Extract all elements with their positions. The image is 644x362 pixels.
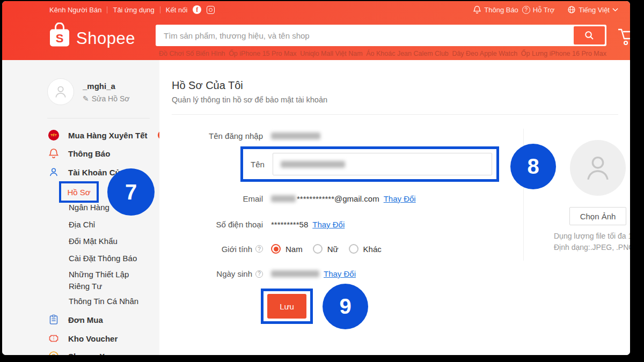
search-icon bbox=[584, 31, 594, 40]
help-link[interactable]: ? Hỗ Trợ bbox=[522, 6, 554, 14]
profile-panel: Hồ Sơ Của Tôi Quản lý thông tin hồ sơ để… bbox=[159, 60, 630, 355]
name-input[interactable] bbox=[273, 153, 492, 175]
gender-radio-nam[interactable] bbox=[271, 244, 281, 254]
file-size-note: Dụng lượng file tối đa 1 MB bbox=[554, 231, 630, 242]
chevron-down-icon bbox=[612, 8, 618, 12]
change-phone-link[interactable]: Thay Đổi bbox=[312, 220, 345, 229]
search-input[interactable] bbox=[157, 31, 574, 40]
sidebar-item-vouchers[interactable]: Kho Voucher bbox=[48, 332, 118, 345]
pencil-icon: ✎ bbox=[83, 94, 89, 103]
trending-link[interactable]: Ốp Lưng iPhone 16 Pro Max bbox=[521, 50, 606, 57]
email-masked-value: ************@gmail.com bbox=[297, 194, 379, 203]
trending-links: Đồ Chơi Số Biến Hình Ốp iPhone 15 Pro Ma… bbox=[159, 50, 606, 57]
divider bbox=[47, 118, 150, 119]
edit-profile-link[interactable]: ✎ Sửa Hồ Sơ bbox=[83, 94, 129, 103]
change-dob-link[interactable]: Thay Đổi bbox=[324, 269, 356, 278]
svg-text:S: S bbox=[56, 32, 64, 45]
redacted-email-prefix bbox=[271, 195, 296, 202]
trending-link[interactable]: Áo Khoác Jean Calem Club bbox=[366, 50, 449, 57]
email-label: Email bbox=[159, 194, 263, 203]
svg-text:S: S bbox=[52, 353, 56, 355]
gender-radio-khac[interactable] bbox=[349, 244, 358, 254]
facebook-icon[interactable]: f bbox=[193, 5, 201, 14]
trending-link[interactable]: Uniqlo Mall Việt Nam bbox=[300, 50, 362, 57]
sidebar-item-privacy-settings[interactable]: Những Thiết Lập Riêng Tư bbox=[69, 269, 147, 292]
tet-icon: TẾT bbox=[48, 130, 59, 141]
search-bar bbox=[156, 25, 606, 46]
voucher-icon bbox=[48, 333, 59, 344]
info-icon[interactable]: ? bbox=[255, 270, 263, 278]
redacted-username-value bbox=[271, 132, 320, 139]
download-app-link[interactable]: Tải ứng dụng bbox=[113, 6, 154, 14]
divider bbox=[160, 6, 160, 13]
dob-label: Ngày sinh bbox=[216, 269, 252, 278]
sidebar-item-coins[interactable]: S Shopee Xu bbox=[48, 350, 110, 355]
phone-masked-value: *********58 bbox=[271, 220, 308, 229]
gender-option-label[interactable]: Nam bbox=[286, 245, 303, 254]
gender-option-label[interactable]: Khác bbox=[363, 245, 382, 254]
sidebar-username: _mghi_a bbox=[83, 82, 115, 91]
trending-link[interactable]: Đồ Chơi Số Biến Hình bbox=[159, 50, 225, 57]
name-label: Tên bbox=[251, 160, 265, 169]
dob-row: Ngày sinh ? Thay Đổi bbox=[159, 269, 356, 278]
shopee-bag-icon: S bbox=[48, 23, 71, 48]
username-label: Tên đăng nhập bbox=[159, 131, 263, 141]
sidebar-item-notification-settings[interactable]: Cài Đặt Thông Báo bbox=[69, 252, 137, 264]
sidebar-item-change-password[interactable]: Đổi Mật Khẩu bbox=[69, 234, 118, 247]
choose-image-button[interactable]: Chọn Ảnh bbox=[569, 207, 626, 225]
gender-label: Giới tính bbox=[222, 245, 252, 254]
help-icon: ? bbox=[522, 6, 530, 14]
connect-label: Kết nối bbox=[166, 6, 187, 14]
notifications-link[interactable]: Thông Báo bbox=[473, 5, 518, 14]
info-icon[interactable]: ? bbox=[255, 245, 263, 253]
profile-avatar-placeholder bbox=[570, 140, 626, 196]
clipboard-icon bbox=[48, 314, 59, 325]
change-email-link[interactable]: Thay Đổi bbox=[384, 194, 416, 203]
trending-link[interactable]: Ốp iPhone 15 Pro Max bbox=[229, 50, 296, 57]
logo-text: Shopee bbox=[76, 30, 135, 48]
coin-icon: S bbox=[48, 351, 59, 355]
browser-viewport: Kênh Người Bán Tải ứng dụng Kết nối f Th… bbox=[2, 1, 630, 355]
trending-link[interactable]: Dây Đeo Apple Watch bbox=[452, 50, 517, 57]
instagram-icon[interactable] bbox=[207, 6, 215, 14]
sidebar-item-notifications[interactable]: Thông Báo bbox=[48, 147, 110, 160]
account-icon bbox=[48, 167, 59, 178]
user-avatar[interactable] bbox=[47, 78, 74, 105]
redacted-dob-value bbox=[271, 270, 319, 277]
step-badge-7: 7 bbox=[107, 168, 155, 216]
language-selector[interactable]: Tiếng Việt bbox=[567, 5, 618, 14]
step-badge-8: 8 bbox=[510, 144, 556, 189]
divider bbox=[172, 114, 618, 115]
person-icon bbox=[582, 152, 613, 183]
redacted-name-value bbox=[281, 161, 345, 168]
globe-icon bbox=[567, 5, 576, 14]
seller-channel-link[interactable]: Kênh Người Bán bbox=[49, 6, 101, 14]
sidebar-item-address[interactable]: Địa Chỉ bbox=[69, 218, 95, 231]
sidebar-item-profile[interactable]: Hồ Sơ bbox=[67, 188, 90, 197]
page-title: Hồ Sơ Của Tôi bbox=[172, 79, 243, 92]
divider bbox=[107, 6, 107, 13]
username-row: Tên đăng nhập bbox=[159, 131, 320, 141]
sidebar-item-bank[interactable]: Ngân Hàng bbox=[69, 201, 109, 213]
save-highlight-box: Lưu bbox=[261, 289, 313, 324]
phone-row: Số điện thoại *********58 Thay Đổi bbox=[159, 220, 345, 229]
bell-icon bbox=[48, 148, 59, 159]
gender-option-label[interactable]: Nữ bbox=[327, 245, 339, 254]
page-subtitle: Quản lý thông tin hồ sơ để bảo mật tài k… bbox=[172, 95, 327, 104]
sidebar-item-personal-info[interactable]: Thông Tin Cá Nhân bbox=[69, 294, 138, 307]
sidebar-item-orders[interactable]: Đơn Mua bbox=[48, 313, 103, 326]
bell-icon bbox=[473, 5, 481, 14]
save-button[interactable]: Lưu bbox=[267, 294, 306, 319]
step-badge-9: 9 bbox=[323, 284, 368, 329]
cart-icon[interactable] bbox=[617, 27, 630, 49]
topbar: Kênh Người Bán Tải ứng dụng Kết nối f Th… bbox=[49, 4, 618, 16]
search-button[interactable] bbox=[574, 26, 605, 45]
gender-radio-nu[interactable] bbox=[313, 244, 323, 254]
avatar-notes: Dụng lượng file tối đa 1 MB Định dạng:.J… bbox=[554, 231, 630, 253]
person-icon bbox=[53, 84, 68, 99]
shopee-logo[interactable]: S Shopee bbox=[48, 23, 135, 48]
sidebar-item-tet-sale[interactable]: TẾT Mua Hàng Xuyên Tết New bbox=[48, 129, 177, 142]
email-row: Email ************@gmail.com Thay Đổi bbox=[159, 194, 416, 203]
shopee-header: Kênh Người Bán Tải ứng dụng Kết nối f Th… bbox=[2, 1, 630, 60]
phone-label: Số điện thoại bbox=[159, 220, 263, 229]
